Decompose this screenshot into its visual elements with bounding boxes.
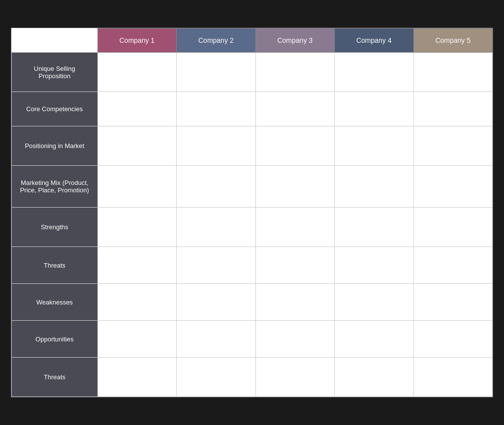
data-cell-r2-c3[interactable] [335,126,413,166]
data-cell-r6-c4[interactable] [413,284,493,321]
table-row: Opportunities [12,321,493,358]
data-cell-r6-c1[interactable] [177,284,255,321]
data-cell-r0-c0[interactable] [97,53,176,92]
row-label-7: Opportunities [12,321,98,358]
table-row: Unique Selling Proposition [12,53,493,92]
data-cell-r5-c3[interactable] [335,247,413,284]
data-cell-r8-c1[interactable] [177,358,255,397]
data-cell-r7-c4[interactable] [413,321,493,358]
data-cell-r7-c0[interactable] [97,321,176,358]
column-header-company2: Company 2 [177,29,255,53]
data-cell-r1-c4[interactable] [413,92,493,126]
data-cell-r0-c3[interactable] [335,53,413,92]
data-cell-r7-c2[interactable] [255,321,334,358]
data-cell-r3-c3[interactable] [335,166,413,208]
data-cell-r4-c0[interactable] [97,208,176,247]
column-header-company4: Company 4 [335,29,413,53]
table-row: Weaknesses [12,284,493,321]
data-cell-r4-c3[interactable] [335,208,413,247]
table-row: Marketing Mix (Product, Price, Place, Pr… [12,166,493,208]
row-label-8: Threats [12,358,98,397]
data-cell-r3-c1[interactable] [177,166,255,208]
table-row: Core Competencies [12,92,493,126]
data-cell-r6-c2[interactable] [255,284,334,321]
data-cell-r4-c2[interactable] [255,208,334,247]
data-cell-r8-c2[interactable] [255,358,334,397]
header-empty [12,29,98,53]
data-cell-r6-c3[interactable] [335,284,413,321]
data-cell-r8-c4[interactable] [413,358,493,397]
row-label-1: Core Competencies [12,92,98,126]
data-cell-r2-c0[interactable] [97,126,176,166]
data-cell-r4-c4[interactable] [413,208,493,247]
data-cell-r4-c1[interactable] [177,208,255,247]
data-cell-r2-c1[interactable] [177,126,255,166]
data-cell-r5-c4[interactable] [413,247,493,284]
data-cell-r5-c2[interactable] [255,247,334,284]
row-label-6: Weaknesses [12,284,98,321]
competitive-analysis-table: Company 1Company 2Company 3Company 4Comp… [11,28,493,397]
table-row: Positioning in Market [12,126,493,166]
row-label-0: Unique Selling Proposition [12,53,98,92]
row-label-4: Strengths [12,208,98,247]
data-cell-r1-c3[interactable] [335,92,413,126]
table-row: Threats [12,358,493,397]
data-cell-r8-c0[interactable] [97,358,176,397]
table-row: Strengths [12,208,493,247]
column-header-company3: Company 3 [255,29,334,53]
data-cell-r0-c4[interactable] [413,53,493,92]
data-cell-r3-c0[interactable] [97,166,176,208]
row-label-5: Threats [12,247,98,284]
data-cell-r5-c1[interactable] [177,247,255,284]
data-cell-r2-c4[interactable] [413,126,493,166]
data-cell-r2-c2[interactable] [255,126,334,166]
data-cell-r1-c0[interactable] [97,92,176,126]
column-header-company1: Company 1 [97,29,176,53]
data-cell-r8-c3[interactable] [335,358,413,397]
data-cell-r7-c1[interactable] [177,321,255,358]
data-cell-r1-c2[interactable] [255,92,334,126]
data-cell-r7-c3[interactable] [335,321,413,358]
row-label-2: Positioning in Market [12,126,98,166]
row-label-3: Marketing Mix (Product, Price, Place, Pr… [12,166,98,208]
data-cell-r0-c1[interactable] [177,53,255,92]
column-header-company5: Company 5 [413,29,493,53]
data-cell-r0-c2[interactable] [255,53,334,92]
data-cell-r5-c0[interactable] [97,247,176,284]
data-cell-r1-c1[interactable] [177,92,255,126]
data-cell-r3-c2[interactable] [255,166,334,208]
data-cell-r6-c0[interactable] [97,284,176,321]
data-cell-r3-c4[interactable] [413,166,493,208]
table-row: Threats [12,247,493,284]
